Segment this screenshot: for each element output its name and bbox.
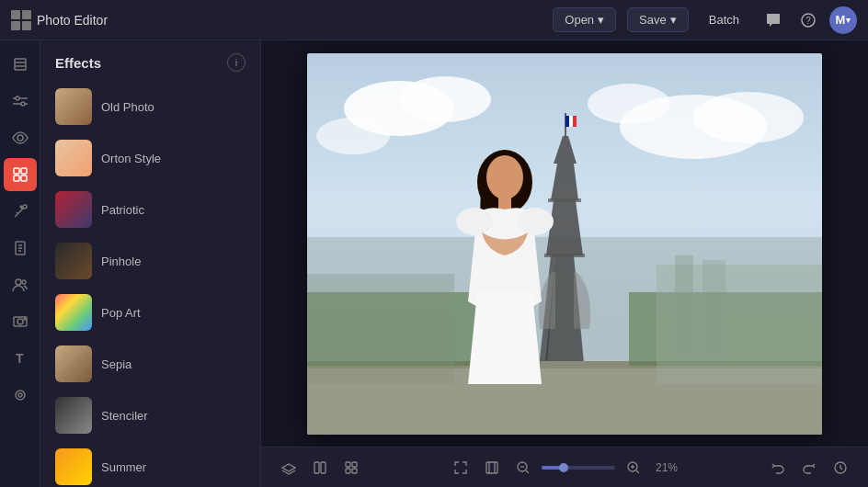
effect-item-sepia[interactable]: Sepia bbox=[40, 338, 260, 390]
sidebar-item-view[interactable] bbox=[4, 121, 37, 154]
effects-title: Effects bbox=[55, 55, 101, 71]
effect-item-summer[interactable]: Summer bbox=[40, 441, 260, 487]
sidebar-item-photo[interactable] bbox=[4, 305, 37, 338]
svg-rect-13 bbox=[21, 168, 27, 174]
effect-name-orton-style: Orton Style bbox=[101, 152, 161, 165]
svg-rect-65 bbox=[346, 469, 350, 473]
effects-panel: Effects i Old PhotoOrton StylePatrioticP… bbox=[40, 40, 261, 487]
fit-icon bbox=[485, 460, 499, 475]
svg-rect-46 bbox=[569, 116, 573, 127]
svg-point-25 bbox=[24, 318, 26, 320]
compare-icon bbox=[313, 460, 327, 475]
effect-thumbnail-old-photo bbox=[55, 88, 92, 125]
svg-line-74 bbox=[636, 470, 639, 473]
grid-button[interactable] bbox=[338, 455, 364, 481]
effect-item-patriotic[interactable]: Patriotic bbox=[40, 184, 260, 235]
svg-rect-63 bbox=[346, 462, 350, 467]
svg-rect-45 bbox=[565, 116, 569, 127]
sidebar-item-layers[interactable] bbox=[4, 48, 37, 81]
effect-item-orton-style[interactable]: Orton Style bbox=[40, 132, 260, 184]
chat-icon bbox=[766, 13, 781, 28]
svg-point-31 bbox=[399, 76, 491, 122]
svg-rect-58 bbox=[675, 255, 693, 357]
svg-point-27 bbox=[16, 391, 25, 400]
history-button[interactable] bbox=[828, 455, 853, 481]
save-label: Save bbox=[639, 13, 667, 27]
photo-container bbox=[307, 53, 822, 435]
svg-point-34 bbox=[588, 84, 670, 124]
svg-rect-61 bbox=[314, 462, 319, 473]
sidebar-item-text[interactable]: T bbox=[4, 342, 37, 375]
avatar[interactable]: M ▾ bbox=[829, 6, 857, 34]
fit-button[interactable] bbox=[479, 455, 505, 481]
chat-button[interactable] bbox=[760, 6, 787, 34]
sidebar-item-shapes[interactable] bbox=[4, 379, 37, 412]
effects-list: Old PhotoOrton StylePatrioticPinholePop … bbox=[40, 81, 260, 487]
svg-rect-12 bbox=[14, 168, 19, 174]
redo-button[interactable] bbox=[796, 455, 822, 481]
effect-thumbnail-pinhole bbox=[55, 243, 92, 279]
zoom-in-button[interactable] bbox=[621, 455, 646, 481]
sidebar-item-magic[interactable] bbox=[4, 195, 37, 228]
sidebar-item-effects[interactable] bbox=[4, 158, 37, 191]
effect-thumbnail-stenciler bbox=[55, 397, 92, 434]
open-button[interactable]: Open ▾ bbox=[553, 7, 616, 32]
svg-point-6 bbox=[21, 102, 25, 106]
toolbar-left bbox=[276, 455, 364, 481]
effect-thumbnail-patriotic bbox=[55, 191, 92, 228]
save-button[interactable]: Save ▾ bbox=[627, 7, 689, 32]
svg-point-56 bbox=[517, 208, 554, 235]
bottom-toolbar: 21% bbox=[261, 447, 868, 487]
svg-point-5 bbox=[16, 96, 19, 100]
expand-icon bbox=[453, 460, 468, 475]
open-chevron-icon: ▾ bbox=[598, 13, 604, 27]
app-logo: Photo Editor bbox=[11, 10, 108, 30]
effect-name-pop-art: Pop Art bbox=[101, 306, 141, 320]
svg-rect-64 bbox=[352, 462, 357, 467]
effect-thumbnail-pop-art bbox=[55, 294, 92, 331]
help-button[interactable]: ? bbox=[794, 6, 822, 34]
logo-icon bbox=[11, 10, 31, 30]
svg-rect-66 bbox=[352, 469, 357, 473]
compare-button[interactable] bbox=[307, 455, 333, 481]
svg-text:T: T bbox=[16, 351, 24, 366]
sidebar-item-people[interactable] bbox=[4, 268, 37, 301]
effect-name-summer: Summer bbox=[101, 460, 146, 474]
photo-svg bbox=[307, 53, 822, 435]
svg-point-16 bbox=[23, 205, 27, 209]
batch-label: Batch bbox=[709, 13, 739, 27]
redo-icon bbox=[802, 460, 817, 475]
effect-name-stenciler: Stenciler bbox=[101, 409, 148, 423]
sidebar-item-document[interactable] bbox=[4, 232, 37, 265]
svg-rect-43 bbox=[544, 254, 585, 257]
sidebar-item-adjustments[interactable] bbox=[4, 85, 37, 118]
svg-point-33 bbox=[693, 92, 804, 143]
svg-rect-15 bbox=[21, 176, 27, 181]
effect-item-stenciler[interactable]: Stenciler bbox=[40, 390, 260, 441]
svg-text:?: ? bbox=[805, 16, 811, 26]
layers-icon bbox=[281, 460, 296, 475]
zoom-out-icon bbox=[516, 460, 531, 475]
effect-item-pop-art[interactable]: Pop Art bbox=[40, 287, 260, 338]
zoom-value: 21% bbox=[652, 461, 681, 474]
help-icon: ? bbox=[801, 13, 816, 28]
history-icon bbox=[833, 460, 848, 475]
zoom-out-button[interactable] bbox=[510, 455, 536, 481]
effect-item-pinhole[interactable]: Pinhole bbox=[40, 235, 260, 287]
svg-point-28 bbox=[18, 393, 22, 397]
svg-point-55 bbox=[456, 208, 493, 235]
effect-thumbnail-summer bbox=[55, 448, 92, 485]
undo-button[interactable] bbox=[765, 455, 791, 481]
svg-rect-14 bbox=[14, 176, 19, 181]
batch-button[interactable]: Batch bbox=[700, 8, 748, 31]
svg-rect-62 bbox=[321, 462, 326, 473]
zoom-slider[interactable] bbox=[542, 466, 615, 470]
svg-point-21 bbox=[16, 279, 21, 285]
avatar-chevron-icon: ▾ bbox=[846, 16, 851, 25]
svg-rect-67 bbox=[486, 462, 497, 473]
effect-item-old-photo[interactable]: Old Photo bbox=[40, 81, 260, 132]
effects-info-button[interactable]: i bbox=[227, 53, 246, 72]
expand-button[interactable] bbox=[448, 455, 474, 481]
layers-button[interactable] bbox=[276, 455, 302, 481]
svg-point-22 bbox=[22, 280, 26, 284]
